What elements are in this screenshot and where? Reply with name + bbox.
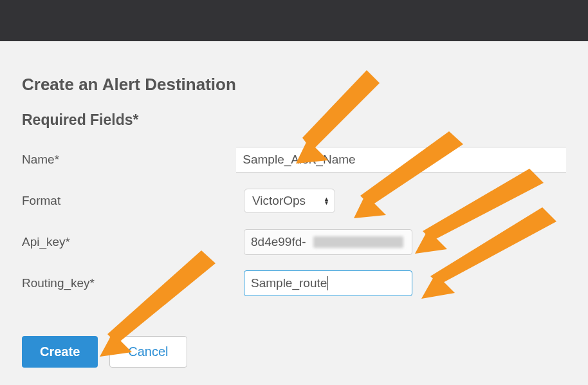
select-format[interactable]: VictorOps ▲▼ [244, 189, 335, 213]
label-name: Name* [22, 153, 236, 167]
label-api-key: Api_key* [22, 235, 244, 249]
text-cursor-icon [327, 276, 328, 290]
create-button[interactable]: Create [22, 336, 98, 368]
annotation-arrow-icon [409, 205, 563, 315]
page-content: Create an Alert Destination Required Fie… [0, 41, 588, 385]
page-title: Create an Alert Destination [22, 75, 566, 95]
cancel-button[interactable]: Cancel [109, 336, 187, 368]
label-routing-key: Routing_key* [22, 276, 244, 290]
input-routing-key[interactable]: Sample_route [244, 270, 412, 296]
app-topbar [0, 0, 588, 41]
button-row: Create Cancel [22, 336, 566, 368]
section-required-fields: Required Fields* [22, 111, 566, 129]
redacted-api-key-icon [313, 236, 403, 248]
input-name[interactable] [236, 147, 566, 173]
row-routing-key: Routing_key* Sample_route [22, 269, 566, 297]
row-name: Name* [22, 146, 566, 174]
row-api-key: Api_key* [22, 228, 566, 256]
select-arrows-icon: ▲▼ [324, 197, 329, 205]
input-routing-key-value: Sample_route [251, 276, 327, 290]
select-format-value: VictorOps [252, 194, 306, 208]
label-format: Format [22, 194, 244, 208]
row-format: Format VictorOps ▲▼ [22, 187, 566, 215]
